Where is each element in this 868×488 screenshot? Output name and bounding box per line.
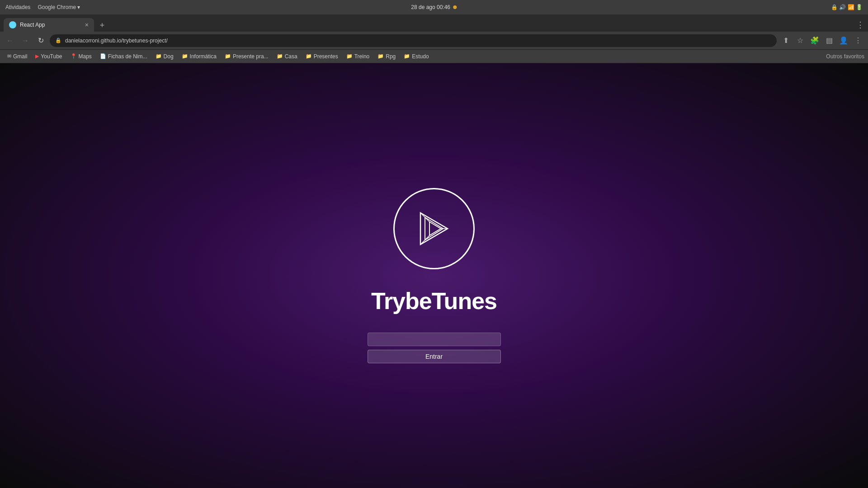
chrome-tab-bar: React App × + ⋮	[0, 14, 868, 32]
bookmark-dog-label: Dog	[164, 53, 174, 60]
address-url: danielacorroni.github.io/trybetunes-proj…	[65, 38, 168, 44]
os-datetime: 28 de ago 00:46	[411, 4, 450, 10]
chrome-toolbar-actions: ⬆ ☆ 🧩 ▤ 👤 ⋮	[779, 34, 864, 47]
bookmark-youtube-label: YouTube	[41, 53, 62, 60]
bookmark-button[interactable]: ☆	[794, 34, 807, 47]
bookmarks-bar: ✉ Gmail ▶ YouTube 📍 Maps 📄 Fichas de Nim…	[0, 50, 868, 63]
reload-button[interactable]: ↻	[34, 34, 47, 47]
bookmark-presentes-label: Presentes	[314, 53, 338, 60]
tab-favicon	[9, 21, 16, 28]
bookmark-casa-label: Casa	[285, 53, 297, 60]
sidebar-button[interactable]: ▤	[823, 34, 835, 47]
bookmark-casa[interactable]: 📁 Casa	[273, 52, 301, 61]
bookmark-rpg-label: Rpg	[386, 53, 396, 60]
bookmark-presente-label: Presente pra...	[233, 53, 269, 60]
treino-folder-icon: 📁	[346, 53, 353, 59]
bookmark-presentes[interactable]: 📁 Presentes	[302, 52, 342, 61]
gmail-icon: ✉	[7, 53, 11, 59]
os-app-label[interactable]: Google Chrome ▾	[38, 4, 80, 10]
informatica-folder-icon: 📁	[182, 53, 188, 59]
webpage-content: TrybeTunes Entrar	[0, 63, 868, 488]
youtube-icon: ▶	[35, 53, 39, 59]
forward-button[interactable]: →	[19, 34, 32, 47]
bookmark-fichas[interactable]: 📄 Fichas de Nim...	[96, 52, 151, 61]
bookmark-maps[interactable]: 📍 Maps	[67, 52, 95, 61]
login-form: Entrar	[368, 333, 501, 363]
login-input[interactable]	[368, 333, 501, 346]
bookmark-informatica-label: Informática	[190, 53, 217, 60]
presente-folder-icon: 📁	[225, 53, 231, 59]
login-button[interactable]: Entrar	[368, 350, 501, 363]
rpg-folder-icon: 📁	[377, 53, 384, 59]
presentes-folder-icon: 📁	[306, 53, 312, 59]
chrome-menu-button[interactable]: ⋮	[852, 34, 864, 47]
bookmark-treino-label: Treino	[354, 53, 370, 60]
bookmark-presente[interactable]: 📁 Presente pra...	[221, 52, 272, 61]
bookmark-fichas-label: Fichas de Nim...	[108, 53, 147, 60]
casa-folder-icon: 📁	[277, 53, 283, 59]
bookmark-dog[interactable]: 📁 Dog	[152, 52, 177, 61]
os-titlebar-center: 28 de ago 00:46	[411, 4, 457, 10]
new-tab-button[interactable]: +	[96, 19, 108, 32]
bookmark-informatica[interactable]: 📁 Informática	[178, 52, 220, 61]
outros-favoritos-label[interactable]: Outros favoritos	[826, 53, 864, 60]
extensions-button[interactable]: 🧩	[808, 34, 821, 47]
back-button[interactable]: ←	[4, 34, 16, 47]
address-lock-icon: 🔒	[55, 38, 61, 43]
chrome-tab-active[interactable]: React App ×	[4, 18, 94, 32]
logo-svg	[411, 206, 457, 251]
bookmark-treino[interactable]: 📁 Treino	[343, 52, 373, 61]
estudo-folder-icon: 📁	[404, 53, 410, 59]
profile-button[interactable]: 👤	[837, 34, 850, 47]
app-title: TrybeTunes	[371, 287, 497, 314]
systray-icons: 🔒 🔊 📶 🔋	[831, 4, 863, 10]
bookmark-gmail[interactable]: ✉ Gmail	[4, 52, 31, 61]
maps-icon: 📍	[71, 53, 77, 59]
os-titlebar: Atividades Google Chrome ▾ 28 de ago 00:…	[0, 0, 868, 14]
os-dot	[453, 5, 457, 9]
bookmark-gmail-label: Gmail	[13, 53, 27, 60]
app-logo	[393, 188, 475, 269]
bookmark-rpg[interactable]: 📁 Rpg	[374, 52, 399, 61]
share-button[interactable]: ⬆	[779, 34, 792, 47]
bookmark-estudo[interactable]: 📁 Estudo	[400, 52, 432, 61]
dog-folder-icon: 📁	[156, 53, 162, 59]
tab-bar-end: ⋮	[856, 20, 864, 32]
address-bar[interactable]: 🔒 danielacorroni.github.io/trybetunes-pr…	[50, 34, 777, 47]
os-titlebar-left: Atividades Google Chrome ▾	[5, 4, 80, 10]
bookmark-maps-label: Maps	[79, 53, 92, 60]
chrome-toolbar: ← → ↻ 🔒 danielacorroni.github.io/trybetu…	[0, 32, 868, 50]
tab-label: React App	[20, 22, 45, 28]
os-activities-label[interactable]: Atividades	[5, 4, 30, 10]
bookmark-estudo-label: Estudo	[412, 53, 429, 60]
tab-close-button[interactable]: ×	[85, 22, 89, 28]
fichas-icon: 📄	[100, 53, 106, 59]
bookmark-youtube[interactable]: ▶ YouTube	[32, 52, 66, 61]
os-titlebar-right: 🔒 🔊 📶 🔋	[831, 4, 863, 10]
